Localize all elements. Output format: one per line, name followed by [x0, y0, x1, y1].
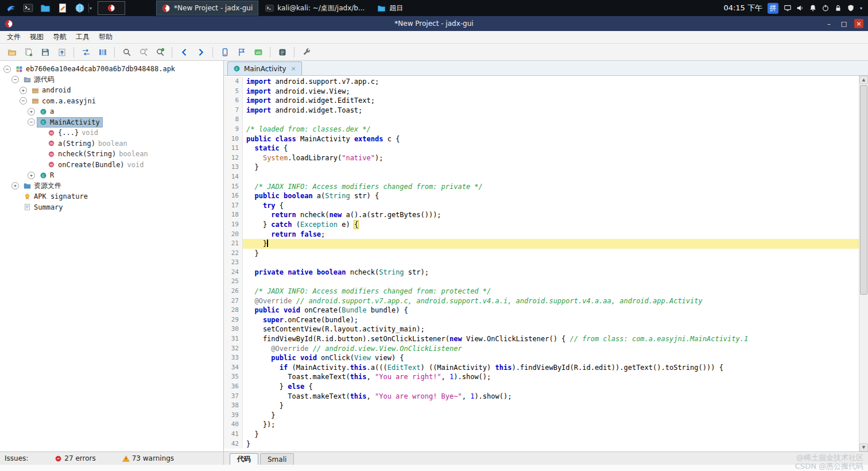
class-search-button[interactable]: [152, 44, 168, 60]
text-editor-launcher[interactable]: [55, 1, 70, 15]
code-text[interactable]: [243, 258, 859, 268]
code-text[interactable]: }: [243, 411, 859, 420]
code-line[interactable]: 27 @Override // android.support.v7.app.c…: [224, 296, 859, 306]
code-editor[interactable]: 4import android.support.v7.app.c;5import…: [224, 76, 868, 451]
tree-item[interactable]: −eb760e6a10ea4dcab700a6b7db948488.apk: [0, 64, 223, 75]
launcher-dropdown[interactable]: ▾: [88, 3, 92, 13]
taskbar-window-files[interactable]: 题目: [371, 1, 409, 16]
scrollbar-track[interactable]: [859, 84, 868, 443]
power-tray-icon[interactable]: [822, 4, 830, 12]
code-text[interactable]: try {: [243, 201, 859, 211]
display-tray-icon[interactable]: [784, 4, 792, 12]
volume-tray-icon[interactable]: [796, 4, 804, 12]
tree-item[interactable]: APK signature: [0, 191, 223, 202]
code-line[interactable]: 41 }: [224, 430, 859, 439]
tree-expander[interactable]: −: [28, 118, 35, 126]
code-text[interactable]: @Override // android.support.v7.app.c, a…: [243, 296, 859, 306]
back-button[interactable]: [176, 44, 192, 60]
browser-launcher[interactable]: [72, 1, 87, 15]
code-text[interactable]: }: [243, 249, 859, 258]
code-text[interactable]: import android.support.v7.app.c;: [243, 77, 859, 87]
kali-menu-button[interactable]: [3, 1, 18, 15]
code-text[interactable]: }: [243, 439, 859, 449]
menu-help[interactable]: 帮助: [94, 31, 117, 43]
tree-item[interactable]: m{...} void: [0, 128, 223, 138]
code-text[interactable]: }: [243, 430, 859, 439]
code-line[interactable]: 17 try {: [224, 201, 859, 211]
tree-expander[interactable]: −: [20, 97, 27, 105]
code-line[interactable]: 25: [224, 277, 859, 287]
code-text[interactable]: @Override // android.view.View.OnClickLi…: [243, 344, 859, 354]
code-text[interactable]: /* JADX INFO: Access modifiers changed f…: [243, 287, 859, 296]
sync-button[interactable]: [78, 44, 94, 60]
code-line[interactable]: 34 if (MainActivity.this.a(((EditText) (…: [224, 363, 859, 373]
code-text[interactable]: /* JADX INFO: Access modifiers changed f…: [243, 182, 859, 192]
menu-navigation[interactable]: 导航: [48, 31, 71, 43]
flat-packages-button[interactable]: [94, 44, 111, 60]
code-line[interactable]: 24 private native boolean ncheck(String …: [224, 268, 859, 277]
tab-smali[interactable]: Smali: [260, 453, 294, 465]
code-line[interactable]: 6import android.widget.EditText;: [224, 96, 859, 106]
code-line[interactable]: 7import android.widget.Toast;: [224, 106, 859, 115]
code-text[interactable]: Toast.makeText(this, "You are right!", 1…: [243, 372, 859, 382]
code-line[interactable]: 10public class MainActivity extends c {: [224, 134, 859, 144]
tree-expander[interactable]: +: [28, 108, 35, 115]
power-menu-button[interactable]: [847, 4, 855, 12]
code-text[interactable]: public void onClick(View view) {: [243, 353, 859, 363]
warnings-status[interactable]: 73 warnings: [122, 454, 174, 462]
tree-item[interactable]: ma(String) boolean: [0, 138, 223, 149]
tree-item[interactable]: +资源文件: [0, 181, 223, 192]
code-line[interactable]: 29 super.onCreate(bundle);: [224, 315, 859, 325]
code-text[interactable]: findViewById(R.id.button).setOnClickList…: [243, 334, 859, 344]
code-line[interactable]: 40 });: [224, 420, 859, 430]
tree-expander[interactable]: −: [3, 65, 11, 73]
code-text[interactable]: public void onCreate(Bundle bundle) {: [243, 306, 859, 315]
code-text[interactable]: /* loaded from: classes.dex */: [243, 125, 859, 134]
code-line[interactable]: 4import android.support.v7.app.c;: [224, 77, 859, 87]
taskbar-window-jadx[interactable]: *New Project - jadx-gui: [156, 1, 258, 16]
code-line[interactable]: 16 public boolean a(String str) {: [224, 191, 859, 201]
scroll-down-icon[interactable]: ▼: [859, 443, 868, 451]
tree-item[interactable]: +ca: [0, 106, 223, 117]
log-viewer-button[interactable]: [274, 44, 290, 60]
code-line[interactable]: 33 public void onClick(View view) {: [224, 353, 859, 363]
code-text[interactable]: setContentView(R.layout.activity_main);: [243, 325, 859, 334]
code-line[interactable]: 28 public void onCreate(Bundle bundle) {: [224, 306, 859, 315]
close-button[interactable]: ×: [854, 19, 863, 28]
tree-item[interactable]: monCreate(Bundle) void: [0, 160, 223, 171]
code-text[interactable]: }: [243, 401, 859, 411]
tab-close-icon[interactable]: ×: [291, 65, 296, 72]
device-button[interactable]: [216, 44, 233, 60]
code-line[interactable]: 39 }: [224, 411, 859, 420]
code-text[interactable]: System.loadLibrary("native");: [243, 153, 859, 163]
code-text[interactable]: [243, 115, 859, 125]
tree-item[interactable]: −com.a.easyjni: [0, 96, 223, 107]
code-line[interactable]: 38 }: [224, 401, 859, 411]
code-text[interactable]: }: [243, 163, 859, 172]
code-text[interactable]: }: [243, 239, 859, 249]
code-text[interactable]: static {: [243, 144, 859, 153]
add-files-button[interactable]: [20, 44, 37, 60]
taskbar-window-terminal[interactable]: kali@kali: ~/桌面/jadx/b...: [259, 1, 370, 16]
code-text[interactable]: [243, 172, 859, 182]
lock-tray-icon[interactable]: [834, 4, 842, 12]
menu-tools[interactable]: 工具: [71, 31, 94, 43]
open-file-button[interactable]: [3, 44, 20, 60]
code-line[interactable]: 26 /* JADX INFO: Access modifiers change…: [224, 287, 859, 296]
deobfuscation-button[interactable]: ab: [250, 44, 266, 60]
code-line[interactable]: 37 Toast.makeText(this, "You are wrong! …: [224, 392, 859, 401]
tree-expander[interactable]: +: [11, 182, 19, 190]
maximize-button[interactable]: □: [839, 19, 848, 28]
code-line[interactable]: 15 /* JADX INFO: Access modifiers change…: [224, 182, 859, 192]
code-line[interactable]: 11 static {: [224, 144, 859, 153]
input-method-indicator[interactable]: 拼: [768, 3, 778, 14]
code-text[interactable]: import android.view.View;: [243, 87, 859, 96]
code-line[interactable]: 12 System.loadLibrary("native");: [224, 153, 859, 163]
code-text[interactable]: import android.widget.EditText;: [243, 96, 859, 106]
tree-item[interactable]: +cR: [0, 170, 223, 181]
code-line[interactable]: 32 @Override // android.view.View.OnClic…: [224, 344, 859, 354]
code-text[interactable]: super.onCreate(bundle);: [243, 315, 859, 325]
code-line[interactable]: 20 return false;: [224, 230, 859, 240]
code-line[interactable]: 35 Toast.makeText(this, "You are right!"…: [224, 372, 859, 382]
comment-search-button[interactable]: [135, 44, 152, 60]
